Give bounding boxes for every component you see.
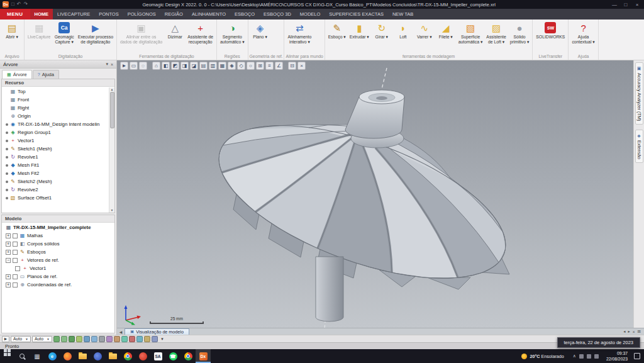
ribbon-esboco-button[interactable]: ✎Esboço ▾ (326, 20, 348, 40)
minimize-window-icon[interactable]: — (610, 2, 619, 8)
tree-item-revolve1[interactable]: ↻Revolve1 (2, 153, 114, 161)
filter-mesh-icon[interactable] (53, 336, 60, 342)
undo-icon[interactable]: ↶ (17, 2, 21, 7)
ribbon-solido-primitivo-button[interactable]: ●Sólido primitivo ▾ (508, 20, 531, 45)
tree-item-region-group1[interactable]: ◈Region Group1 (2, 128, 114, 137)
file-explorer-app[interactable] (75, 349, 90, 363)
tab-scroll-right-icon[interactable]: ▸ (628, 329, 630, 334)
tree-expander-icon[interactable]: + (6, 233, 11, 238)
display-list-icon[interactable]: ≡ (265, 62, 274, 70)
tab-poligonos[interactable]: POLÍGONOS (123, 9, 160, 20)
tree-item-corpos-solidos[interactable]: +◧Corpos sólidos (2, 240, 114, 248)
view-tab-prev-icon[interactable]: ◀ (117, 328, 125, 335)
whatsapp-app[interactable]: ☎ (165, 349, 180, 363)
sa-app[interactable]: SA (150, 349, 165, 363)
filter-vertex-icon[interactable] (106, 336, 113, 342)
extensao-tab[interactable]: ◈ Extensão (635, 130, 643, 163)
tree-item-esbocos[interactable]: +✎Esboços (2, 248, 114, 256)
view-right-icon[interactable]: ◨ (180, 62, 189, 70)
tree-expander-icon[interactable]: + (6, 282, 11, 288)
filter-group-icon[interactable] (152, 336, 158, 342)
edge-app[interactable]: e (45, 349, 60, 363)
visibility-checkbox[interactable] (13, 233, 18, 238)
notifications-icon[interactable] (634, 353, 640, 359)
measure-icon[interactable]: ∠ (275, 62, 283, 70)
visibility-checkbox[interactable] (13, 242, 18, 247)
filter-surface-icon[interactable] (121, 336, 128, 342)
tree-expander-icon[interactable]: + (6, 242, 11, 247)
blue-app[interactable] (90, 349, 105, 363)
firefox-app[interactable] (60, 349, 75, 363)
visibility-checkbox[interactable] (13, 250, 18, 255)
filter-polyline-icon[interactable] (76, 336, 82, 342)
filter-region-icon[interactable] (61, 336, 67, 342)
ribbon-plano-button[interactable]: ◈Plano ▾ (250, 20, 271, 40)
filter-point-icon[interactable] (69, 336, 75, 342)
tree-item-right[interactable]: ▦Right (2, 104, 114, 112)
tree-scrollbar[interactable]: ▲ ▼ (109, 87, 114, 213)
ribbon-livecapture-button[interactable]: ▦LiveCapture (26, 20, 53, 40)
tree-item-sketch1-mesh[interactable]: ✎Sketch1 (Mesh) (2, 145, 114, 153)
scroll-down-icon[interactable]: ▼ (111, 208, 114, 213)
tab-regiao[interactable]: REGIÃO (160, 9, 187, 20)
tab-livecapture[interactable]: LIVECAPTURE (53, 9, 94, 20)
visibility-checkbox[interactable] (13, 258, 18, 263)
minimize-view-icon[interactable]: ⊟ (288, 62, 296, 70)
panel-close-icon[interactable]: × (111, 62, 113, 67)
point-display-icon[interactable]: ○ (247, 62, 255, 70)
filter-plane-icon[interactable] (136, 336, 143, 342)
tree-item-origin[interactable]: ⊕Origin (2, 112, 114, 120)
view-top-icon[interactable]: ◩ (171, 62, 179, 70)
tab-modelo[interactable]: MODELO (296, 9, 325, 20)
ribbon-ajuda-contextual-button[interactable]: ?Ajuda contextual ▾ (570, 20, 596, 45)
panel-menu-icon[interactable]: ▾ (106, 62, 108, 67)
tree-item-mesh-fit1[interactable]: ◆Mesh Fit1 (2, 161, 114, 169)
ribbon-filete-button[interactable]: ◢Filete ▾ (435, 20, 457, 40)
more-filters-icon[interactable]: ▼ (160, 337, 164, 341)
tray-expand-icon[interactable]: ∧ (573, 354, 576, 359)
start-button[interactable] (0, 349, 14, 363)
view-isometric-icon[interactable]: ⌂ (152, 62, 160, 70)
scroll-thumb[interactable] (110, 92, 114, 128)
filter-body-icon[interactable] (91, 336, 97, 342)
menu-button[interactable]: MENU (0, 9, 30, 20)
ribbon-solidworks-button[interactable]: swSOLIDWORKS (534, 20, 567, 40)
tree-item-front[interactable]: ▦Front (2, 96, 114, 104)
filter-vector-icon[interactable] (129, 336, 135, 342)
ribbon-assistente-de-loft-button[interactable]: ▨Assistente de Loft ▾ (484, 20, 508, 45)
visibility-checkbox[interactable] (15, 266, 20, 271)
selection-mode-icon[interactable]: ► (2, 336, 9, 342)
ribbon-abrir-button[interactable]: ▤Abrir ▾ (1, 20, 23, 40)
ribbon-extrudar-button[interactable]: ▮Extrudar ▾ (348, 20, 371, 40)
maximize-window-icon[interactable]: □ (621, 2, 630, 8)
tree-expander-icon[interactable]: − (6, 258, 11, 263)
ribbon-varrer-button[interactable]: ∿Varrer ▾ (414, 20, 435, 40)
wireframe-mode-icon[interactable]: ▥ (209, 62, 217, 70)
model-view-tab[interactable]: ▣ Visualização de modelo (125, 328, 189, 335)
ribbon-alinhar-entre-os-dados-de-digitalizacao-button[interactable]: ▣Alinhar entre os dados de digitalização (118, 20, 164, 45)
mesh-display-icon[interactable]: ▦ (218, 62, 226, 70)
tree-item-malhas[interactable]: +▦Malhas (2, 232, 114, 240)
red-app[interactable] (135, 349, 150, 363)
filter-dropdown-2[interactable]: Auto ▼ (32, 336, 52, 342)
filter-face-icon[interactable] (84, 336, 90, 342)
tree-item-coordenadas-de-ref[interactable]: +⊕Coordenadas de ref. (2, 281, 114, 289)
tree-expander-icon[interactable]: + (6, 250, 11, 255)
weather-widget[interactable]: 20°C Ensolarado (516, 354, 569, 359)
view-front-icon[interactable]: ◧ (162, 62, 170, 70)
grid-display-icon[interactable]: ⊞ (256, 62, 264, 70)
ribbon-segmento-automatico-button[interactable]: ◑Segmento automático ▾ (218, 20, 247, 45)
ribbon-girar-button[interactable]: ↻Girar ▾ (371, 20, 392, 40)
task-view-button[interactable]: ▦ (30, 349, 45, 363)
modelo-header[interactable]: Modelo (2, 215, 114, 223)
tray-icon-3[interactable] (594, 354, 599, 359)
tree-item-sketch2-mesh[interactable]: ✎Sketch2 (Mesh) (2, 177, 114, 186)
tray-icon-2[interactable] (587, 354, 591, 359)
visibility-checkbox[interactable] (13, 274, 18, 279)
filter-sketch-icon[interactable] (114, 336, 120, 342)
close-window-icon[interactable]: × (633, 2, 641, 8)
tree-item-vector1[interactable]: +Vector1 (2, 137, 114, 145)
tab-new-icon[interactable]: ⊞ (638, 329, 641, 334)
close-view-icon[interactable]: × (297, 62, 306, 70)
save-quick-icon[interactable]: □ (11, 2, 14, 7)
